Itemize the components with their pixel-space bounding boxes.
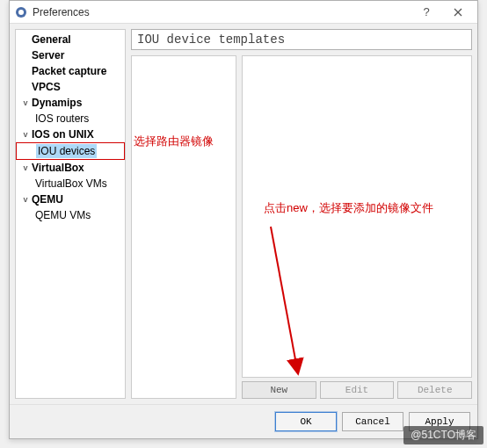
chevron-down-icon: v xyxy=(21,127,30,141)
chevron-down-icon: v xyxy=(21,96,30,110)
action-row: New Edit Delete xyxy=(242,381,472,399)
detail-panel xyxy=(242,55,472,378)
panel-header: IOU device templates xyxy=(131,29,472,50)
app-icon xyxy=(15,6,27,18)
window-title: Preferences xyxy=(33,6,411,18)
tree-item-vpcs[interactable]: VPCS xyxy=(16,79,125,95)
preferences-dialog: Preferences ? General Server Packet capt… xyxy=(9,0,478,439)
dialog-body: General Server Packet capture VPCS vDyna… xyxy=(10,24,477,404)
detail-area: New Edit Delete xyxy=(242,55,472,399)
tree-item-ios-routers[interactable]: IOS routers xyxy=(16,111,125,126)
tree-item-packet-capture[interactable]: Packet capture xyxy=(16,63,125,79)
titlebar: Preferences ? xyxy=(10,1,477,24)
main-area: IOU device templates New Edit Delete xyxy=(131,29,472,399)
tree-item-server[interactable]: Server xyxy=(16,47,125,63)
close-button[interactable] xyxy=(442,2,474,23)
tree-item-qemu[interactable]: vQEMU xyxy=(16,191,125,207)
cancel-button[interactable]: Cancel xyxy=(342,412,403,431)
edit-button[interactable]: Edit xyxy=(320,381,395,399)
tree-item-general[interactable]: General xyxy=(16,32,125,47)
new-button[interactable]: New xyxy=(242,381,316,399)
help-button[interactable]: ? xyxy=(411,2,442,23)
chevron-down-icon: v xyxy=(21,161,30,175)
ok-button[interactable]: OK xyxy=(275,412,337,431)
watermark: @51CTO博客 xyxy=(403,426,483,444)
tree-item-virtualbox[interactable]: vVirtualBox xyxy=(16,160,125,176)
tree-item-qemu-vms[interactable]: QEMU VMs xyxy=(16,207,125,223)
svg-point-1 xyxy=(18,10,24,15)
tree-item-ios-on-unix[interactable]: vIOS on UNIX xyxy=(16,126,125,142)
template-list[interactable] xyxy=(131,55,236,399)
content-row: New Edit Delete xyxy=(131,55,472,399)
window-buttons: ? xyxy=(411,2,474,23)
tree-item-dynamips[interactable]: vDynamips xyxy=(16,95,125,111)
tree-item-iou-devices[interactable]: IOU devices xyxy=(16,142,125,160)
tree-item-virtualbox-vms[interactable]: VirtualBox VMs xyxy=(16,176,125,191)
chevron-down-icon: v xyxy=(21,192,30,206)
delete-button[interactable]: Delete xyxy=(397,381,472,399)
preferences-tree[interactable]: General Server Packet capture VPCS vDyna… xyxy=(15,29,126,399)
